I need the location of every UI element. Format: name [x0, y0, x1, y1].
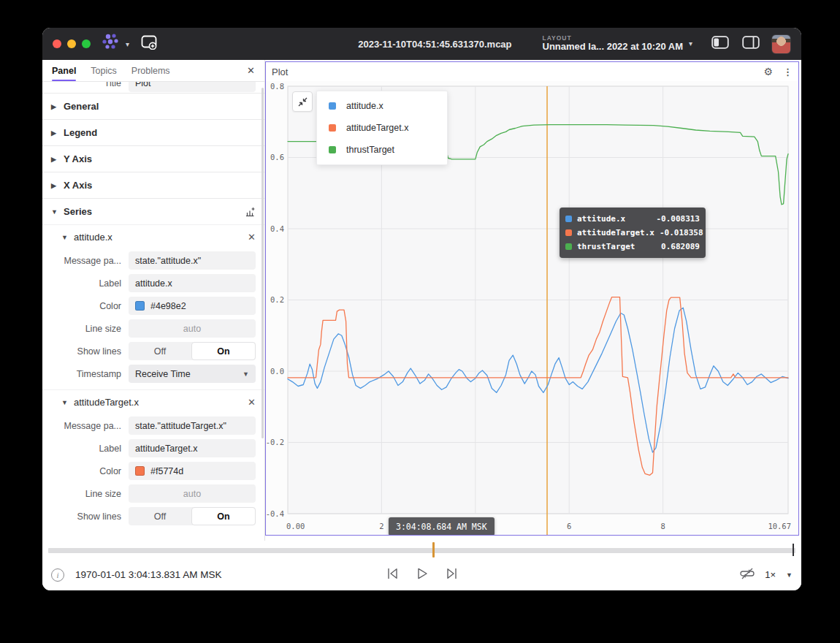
titlebar: ▾ 2023-11-10T04:51:45.631370.mcap LAYOUT… [42, 28, 801, 60]
svg-text:0.0: 0.0 [270, 367, 284, 376]
show-lines-label: Show lines [42, 346, 129, 357]
data-source-title[interactable]: 2023-11-10T04:51:45.631370.mcap [358, 39, 511, 50]
tooltip-row: thrustTarget0.682089 [565, 240, 700, 254]
foxglove-logo-icon [101, 33, 123, 55]
legend-item[interactable]: attitude.x [317, 95, 447, 117]
legend-label: attitude.x [346, 101, 383, 111]
label-label: Label [42, 444, 129, 454]
sidebar-tabbar: Panel Topics Problems ✕ [42, 60, 264, 82]
svg-text:0.6: 0.6 [270, 153, 284, 161]
panel-settings-sidebar: Panel Topics Problems ✕ Title Plot ▶ Gen… [42, 60, 265, 541]
close-window-button[interactable] [53, 39, 61, 48]
title-field-input[interactable]: Plot [129, 82, 256, 92]
section-series[interactable]: ▼ Series [42, 198, 264, 224]
show-lines-toggle: Off On [129, 507, 256, 525]
info-icon[interactable]: i [51, 568, 64, 582]
label-label: Label [42, 278, 129, 289]
add-series-button[interactable] [244, 206, 256, 218]
chevron-down-icon: ▼ [243, 370, 249, 378]
close-icon[interactable]: ✕ [247, 65, 255, 76]
tooltip-row: attitude.x-0.008313 [565, 212, 700, 226]
layout-menu-button[interactable]: LAYOUT Unnamed la... 2022 at 10:20 AM ▾ [543, 35, 692, 53]
line-size-input[interactable]: auto [129, 484, 256, 503]
plot-panel[interactable]: Plot ⚙ ⋮ 0.80.60.40.20.0-0.2-0.40.002468… [265, 61, 799, 536]
show-lines-off-button[interactable]: Off [129, 342, 191, 360]
color-input[interactable]: #f5774d [129, 462, 256, 480]
svg-text:-0.4: -0.4 [266, 509, 284, 518]
legend-item[interactable]: attitudeTarget.x [317, 117, 447, 139]
tab-topics[interactable]: Topics [91, 60, 116, 81]
legend-label: attitudeTarget.x [346, 123, 408, 133]
tooltip-series-name: attitude.x [577, 214, 651, 224]
series-name: attitudeTarget.x [74, 397, 139, 408]
playback-speed[interactable]: 1× [765, 569, 776, 580]
repeat-off-icon [740, 567, 755, 580]
timestamp-select[interactable]: Receive Time ▼ [129, 365, 256, 383]
play-button[interactable] [416, 567, 429, 583]
svg-text:0.2: 0.2 [270, 295, 284, 304]
delete-series-icon[interactable]: ✕ [248, 232, 256, 243]
color-label: Color [42, 466, 129, 476]
caret-right-icon: ▶ [51, 103, 58, 110]
app-menu-button[interactable]: ▾ [101, 33, 129, 55]
tab-panel[interactable]: Panel [52, 60, 76, 81]
seek-backward-button[interactable] [385, 567, 400, 583]
loop-playback-button[interactable] [740, 567, 755, 583]
color-label: Color [42, 301, 129, 311]
label-input[interactable]: attitude.x [129, 274, 256, 292]
message-path-input[interactable]: state."attitudeTarget.x" [129, 416, 256, 435]
plot-legend[interactable]: attitude.xattitudeTarget.xthrustTarget [316, 91, 448, 165]
svg-text:0.00: 0.00 [286, 522, 305, 530]
delete-series-icon[interactable]: ✕ [248, 397, 256, 408]
right-sidebar-toggle-button[interactable] [742, 36, 760, 52]
series-editor-attitude-x[interactable]: ▼ attitude.x ✕ [42, 224, 264, 249]
sidebar-scrollbar[interactable] [261, 88, 264, 438]
playback-scrubber[interactable] [42, 541, 801, 558]
add-panel-button[interactable] [141, 35, 159, 53]
caret-down-icon: ▼ [51, 208, 58, 216]
label-input[interactable]: attitudeTarget.x [129, 439, 256, 457]
section-general[interactable]: ▶ General [42, 93, 264, 119]
seek-forward-button[interactable] [445, 567, 459, 583]
tab-problems[interactable]: Problems [131, 60, 170, 81]
legend-swatch [329, 124, 336, 132]
color-swatch[interactable] [135, 301, 145, 311]
collapse-legend-button[interactable] [292, 91, 313, 112]
section-label: Legend [64, 127, 97, 138]
legend-item[interactable]: thrustTarget [317, 139, 447, 161]
timestamp-value: Receive Time [135, 369, 191, 379]
show-lines-on-button[interactable]: On [191, 507, 256, 525]
line-size-input[interactable]: auto [129, 319, 256, 338]
section-y-axis[interactable]: ▶ Y Axis [42, 145, 264, 172]
svg-text:-0.2: -0.2 [266, 438, 284, 446]
show-lines-on-button[interactable]: On [191, 342, 256, 360]
color-input[interactable]: #4e98e2 [129, 297, 256, 315]
svg-text:10.67: 10.67 [768, 522, 791, 530]
user-avatar[interactable] [771, 34, 791, 54]
section-label: Y Axis [64, 153, 92, 164]
chevron-down-icon[interactable]: ▼ [786, 571, 793, 579]
show-lines-off-button[interactable]: Off [129, 507, 191, 525]
message-path-input[interactable]: state."attitude.x" [129, 251, 256, 270]
scrubber-track[interactable] [48, 548, 795, 553]
play-icon [416, 567, 429, 580]
color-hex: #4e98e2 [150, 301, 186, 311]
add-chart-icon [244, 206, 256, 218]
section-legend[interactable]: ▶ Legend [42, 119, 264, 145]
caret-right-icon: ▶ [51, 182, 58, 189]
left-sidebar-toggle-button[interactable] [711, 36, 729, 52]
zoom-window-button[interactable] [82, 39, 91, 48]
color-swatch[interactable] [135, 466, 145, 476]
app-window: ▾ 2023-11-10T04:51:45.631370.mcap LAYOUT… [42, 28, 801, 590]
minimize-window-button[interactable] [67, 39, 76, 48]
svg-text:8: 8 [660, 522, 665, 530]
svg-text:2: 2 [379, 522, 383, 530]
line-size-label: Line size [42, 324, 129, 334]
tooltip-series-value: -0.018358 [660, 228, 703, 237]
window-controls[interactable] [53, 39, 91, 48]
series-editor-attitude-target-x[interactable]: ▼ attitudeTarget.x ✕ [42, 389, 264, 414]
current-timestamp: 1970-01-01 3:04:13.831 AM MSK [75, 569, 221, 580]
scrubber-playhead[interactable] [432, 542, 435, 558]
layout-name: Unnamed la... 2022 at 10:20 AM [543, 42, 683, 53]
section-x-axis[interactable]: ▶ X Axis [42, 172, 264, 198]
